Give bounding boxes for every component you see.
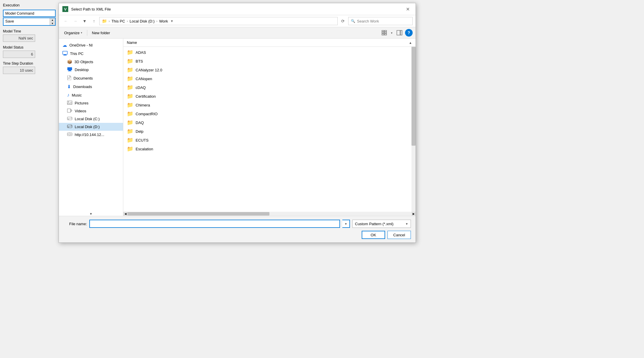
folder-item[interactable]: 📁 CANalyzer 12.0	[123, 66, 416, 74]
folder-name: ECUTS	[136, 138, 148, 142]
folder-icon: 📁	[127, 49, 133, 56]
dialog-title: Select Path to XML File	[71, 7, 400, 11]
sidebar-item-downloads[interactable]: ⬇ Downloads	[59, 82, 123, 91]
close-icon: ✕	[406, 6, 410, 12]
search-input[interactable]	[357, 19, 410, 23]
folder-name: DAQ	[136, 121, 144, 125]
hscrollbar-right-button[interactable]: ▶	[411, 212, 416, 216]
dialog-overlay: V Select Path to XML File ✕ ← → ▼ ↑ 📁	[0, 0, 644, 358]
sidebar-item-local-d[interactable]: Local Disk (D:)	[59, 123, 123, 131]
breadcrumb-local-disk[interactable]: Local Disk (D:)	[130, 19, 155, 23]
svg-rect-18	[67, 109, 71, 112]
sidebar-label-music: Music	[72, 93, 82, 97]
svg-rect-8	[63, 51, 67, 54]
disk-d-icon	[67, 124, 72, 129]
folder-name: BTS	[136, 59, 143, 63]
folder-item[interactable]: 📁 Chimera	[123, 101, 416, 109]
folder-name: CompactRIO	[136, 112, 158, 116]
svg-rect-10	[63, 55, 67, 56]
dialog-titlebar: V Select Path to XML File ✕	[59, 3, 416, 15]
filename-label: File name:	[64, 222, 87, 226]
filetype-dropdown[interactable]: Custom Pattern (*.xml) ▼	[352, 220, 411, 228]
organize-button[interactable]: Organize ▾	[62, 30, 85, 36]
sidebar-item-3d-objects[interactable]: 📦 3D Objects	[59, 58, 123, 66]
sidebar-item-network[interactable]: http://10.144.12...	[59, 131, 123, 139]
folder-item[interactable]: 📁 ECUTS	[123, 136, 416, 144]
sidebar-label-local-d: Local Disk (D:)	[75, 125, 100, 129]
close-button[interactable]: ✕	[403, 6, 412, 13]
refresh-button[interactable]: ⟳	[339, 17, 347, 25]
address-dropdown-icon[interactable]: ▼	[170, 19, 174, 23]
address-bar[interactable]: 📁 › This PC › Local Disk (D:) › Work ▼	[99, 17, 338, 25]
folder-item[interactable]: 📁 Delp	[123, 127, 416, 136]
folder-icon: 📁	[127, 146, 133, 152]
svg-rect-12	[69, 70, 71, 71]
network-icon	[67, 132, 72, 137]
folder-item[interactable]: 📁 CompactRIO	[123, 109, 416, 118]
up-button[interactable]: ↑	[90, 17, 98, 25]
column-name: Name	[127, 40, 409, 45]
folder-name: CANalyzer 12.0	[136, 68, 162, 72]
view-icons-group: ▾ ?	[380, 29, 413, 37]
preview-pane-button[interactable]	[395, 29, 404, 36]
sidebar-item-videos[interactable]: Videos	[59, 107, 123, 115]
sidebar-label-videos: Videos	[75, 109, 86, 113]
folder-item[interactable]: 📁 ADAS	[123, 48, 416, 57]
sidebar-item-this-pc[interactable]: This PC	[59, 49, 123, 58]
folder-list: 📁 ADAS 📁 BTS 📁 CANalyzer 12.0 📁 CANopen …	[123, 47, 416, 154]
svg-marker-19	[71, 109, 72, 112]
new-folder-label: New folder	[92, 31, 110, 35]
filename-input[interactable]	[89, 220, 340, 228]
view-dropdown-button[interactable]: ▾	[390, 30, 394, 35]
forward-button[interactable]: →	[71, 17, 79, 25]
folder-item[interactable]: 📁 DAQ	[123, 118, 416, 127]
sidebar-item-pictures[interactable]: Pictures	[59, 99, 123, 107]
sidebar-item-desktop[interactable]: Desktop	[59, 66, 123, 74]
forward-icon: →	[73, 19, 77, 23]
sidebar-item-local-c[interactable]: Local Disk (C:)	[59, 115, 123, 123]
folder-name: CANopen	[136, 77, 152, 81]
sidebar-scroll-down[interactable]: ▼	[89, 211, 93, 216]
folder-item[interactable]: 📁 Certification	[123, 92, 416, 101]
ok-button[interactable]: OK	[362, 231, 385, 239]
new-folder-button[interactable]: New folder	[90, 30, 112, 36]
folder-item[interactable]: 📁 CANopen	[123, 74, 416, 83]
breadcrumb-sep-2: ›	[127, 19, 128, 23]
hscrollbar-track[interactable]	[127, 212, 411, 216]
hscrollbar-left-button[interactable]: ◀	[123, 212, 127, 216]
back-icon: ←	[64, 19, 68, 23]
organize-label: Organize	[64, 31, 80, 35]
svg-rect-0	[382, 30, 384, 32]
filename-dropdown-button[interactable]: ▼	[342, 220, 350, 228]
sidebar-label-local-c: Local Disk (C:)	[75, 117, 100, 121]
folder-item[interactable]: 📁 cDAQ	[123, 83, 416, 92]
right-scrollbar-thumb	[411, 47, 416, 146]
column-header[interactable]: Name ▲	[123, 39, 416, 47]
svg-rect-11	[67, 67, 72, 70]
cancel-label: Cancel	[393, 233, 405, 237]
dialog-bottom: File name: ▼ Custom Pattern (*.xml) ▼ OK…	[59, 216, 416, 242]
folder-item[interactable]: 📁 BTS	[123, 57, 416, 66]
help-button[interactable]: ?	[405, 29, 413, 37]
sidebar-down-icon: ▼	[89, 212, 93, 216]
bottom-scrollbar: ◀ ▶	[123, 212, 416, 216]
svg-point-26	[71, 125, 71, 126]
folder-item[interactable]: 📁 Escalation	[123, 144, 416, 153]
documents-icon	[67, 75, 71, 81]
breadcrumb-work[interactable]: Work	[159, 19, 168, 23]
view-details-button[interactable]	[380, 29, 388, 36]
back-button[interactable]: ←	[62, 17, 70, 25]
sidebar-label-this-pc: This PC	[70, 51, 83, 56]
sidebar-item-documents[interactable]: Documents	[59, 74, 123, 82]
svg-rect-23	[68, 119, 69, 120]
recent-locations-button[interactable]: ▼	[81, 17, 89, 25]
filename-row: File name: ▼ Custom Pattern (*.xml) ▼	[64, 220, 411, 228]
breadcrumb-this-pc[interactable]: This PC	[112, 19, 125, 23]
cancel-button[interactable]: Cancel	[387, 231, 411, 239]
right-scrollbar[interactable]	[411, 47, 416, 212]
sidebar-item-music[interactable]: ♪ Music	[59, 91, 123, 99]
sidebar-item-onedrive[interactable]: ☁ OneDrive - NI	[59, 41, 123, 49]
scroll-up-button[interactable]: ▲	[409, 41, 412, 44]
sidebar-label-documents: Documents	[74, 76, 93, 80]
refresh-icon: ⟳	[341, 19, 345, 23]
